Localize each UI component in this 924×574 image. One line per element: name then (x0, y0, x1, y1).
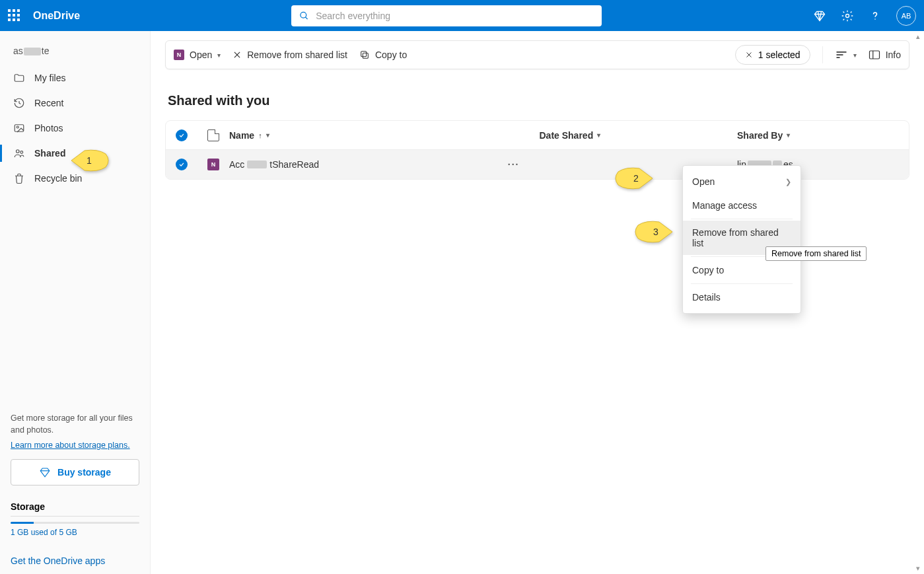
open-button[interactable]: N Open ▾ (174, 50, 221, 60)
nav-list: My files Recent Photos Shared Recycle bi… (0, 65, 150, 191)
close-icon (745, 51, 753, 59)
remove-shared-button[interactable]: Remove from shared list (232, 50, 347, 60)
tenant-suffix: te (42, 46, 50, 56)
nav-my-files[interactable]: My files (0, 65, 150, 90)
ctx-copy-label: Copy to (692, 265, 724, 275)
tenant-label: aste (0, 42, 150, 65)
ctx-manage-access[interactable]: Manage access (683, 194, 800, 217)
open-label: Open (190, 50, 212, 60)
nav-recent[interactable]: Recent (0, 90, 150, 116)
redacted-text (247, 161, 267, 168)
sort-icon (835, 50, 848, 60)
col-date-label: Date Shared (540, 130, 594, 141)
sort-button[interactable]: ▾ (835, 50, 857, 60)
svg-rect-11 (361, 52, 367, 57)
nav-label: Shared (34, 148, 65, 159)
get-apps-link[interactable]: Get the OneDrive apps (11, 556, 139, 566)
tooltip: Remove from shared list (765, 246, 867, 261)
col-date-shared[interactable]: Date Shared ▾ (540, 130, 738, 141)
select-all-toggle[interactable] (176, 129, 188, 141)
search-input[interactable] (316, 11, 594, 21)
chevron-right-icon: ❯ (785, 178, 791, 186)
chevron-down-icon: ▾ (787, 131, 790, 139)
app-launcher-icon[interactable] (8, 9, 21, 22)
ctx-copy-to[interactable]: Copy to (683, 258, 800, 282)
menu-separator (691, 219, 793, 219)
col-name[interactable]: Name ↑ ▾ (229, 130, 427, 141)
recent-icon (13, 97, 25, 109)
ctx-details[interactable]: Details (683, 285, 800, 309)
shared-icon (13, 147, 25, 159)
menu-separator (691, 283, 793, 284)
command-bar: N Open ▾ Remove from shared list Copy to… (165, 40, 909, 69)
file-name[interactable]: AcctShareRead (229, 159, 427, 170)
tenant-prefix: as (13, 46, 23, 56)
nav-label: Recent (34, 98, 63, 108)
selection-pill[interactable]: 1 selected (735, 45, 810, 65)
more-actions-button[interactable]: ··· (508, 159, 520, 170)
svg-rect-17 (869, 51, 879, 59)
ctx-open[interactable]: Open ❯ (683, 170, 800, 194)
nav-label: Recycle bin (34, 173, 82, 184)
cmd-right: ▾ Info (835, 50, 901, 60)
sort-asc-icon: ↑ (258, 131, 262, 139)
help-icon[interactable] (869, 9, 882, 22)
storage-heading: Storage (11, 501, 139, 517)
ctx-details-label: Details (692, 292, 721, 303)
file-name-prefix: Acc (229, 159, 244, 170)
page-title: Shared with you (168, 93, 909, 108)
nav-shared[interactable]: Shared (0, 141, 150, 166)
svg-point-2 (846, 14, 849, 17)
folder-icon (13, 72, 25, 84)
nav-photos[interactable]: Photos (0, 116, 150, 141)
svg-point-6 (17, 150, 20, 153)
info-button[interactable]: Info (869, 50, 901, 60)
scroll-up-icon[interactable]: ▴ (913, 32, 923, 41)
copy-label: Copy to (375, 50, 407, 60)
ctx-remove-label: Remove from shared list (692, 227, 791, 248)
row-select-toggle[interactable] (176, 159, 188, 170)
top-bar: OneDrive AB (0, 0, 924, 31)
chevron-down-icon: ▾ (266, 131, 269, 139)
nav-recycle-bin[interactable]: Recycle bin (0, 166, 150, 191)
trash-icon (13, 172, 25, 184)
settings-icon[interactable] (841, 9, 854, 22)
divider (822, 46, 823, 63)
main-area: N Open ▾ Remove from shared list Copy to… (151, 31, 924, 574)
onenote-icon: N (174, 50, 184, 60)
file-name-suffix: tShareRead (269, 159, 319, 170)
account-avatar[interactable]: AB (896, 6, 916, 26)
buy-storage-button[interactable]: Buy storage (11, 459, 139, 485)
context-menu: Open ❯ Manage access Remove from shared … (682, 165, 801, 314)
search-box[interactable] (291, 5, 602, 26)
storage-bar (11, 522, 139, 524)
scroll-down-icon[interactable]: ▾ (913, 563, 923, 573)
copy-icon (359, 50, 370, 60)
file-type-column-icon (207, 129, 219, 141)
premium-icon[interactable] (813, 9, 826, 22)
chevron-down-icon: ▾ (853, 52, 857, 59)
sidebar: aste My files Recent Photos Shared Recyc… (0, 31, 151, 574)
photos-icon (13, 122, 25, 134)
sidebar-footer: Get more storage for all your files and … (0, 413, 150, 566)
svg-rect-10 (363, 53, 368, 58)
svg-point-3 (874, 18, 876, 20)
annotation-callout-3: 3 (633, 220, 672, 244)
search-wrap (92, 5, 801, 26)
storage-plans-link[interactable]: Learn more about storage plans. (11, 441, 130, 450)
premium-icon (39, 466, 51, 478)
copy-to-button[interactable]: Copy to (359, 50, 407, 60)
storage-used-link[interactable]: 1 GB used of 5 GB (11, 528, 139, 537)
info-pane-icon (869, 50, 880, 60)
col-by-label: Shared By (737, 130, 783, 141)
close-icon (232, 50, 242, 59)
storage-note: Get more storage for all your files and … (11, 413, 139, 436)
ctx-manage-label: Manage access (692, 200, 757, 211)
table-header: Name ↑ ▾ Date Shared ▾ Shared By ▾ (166, 121, 909, 150)
col-shared-by[interactable]: Shared By ▾ (737, 130, 909, 141)
svg-point-0 (301, 12, 306, 18)
ctx-open-label: Open (692, 176, 715, 187)
brand-label[interactable]: OneDrive (33, 10, 80, 22)
nav-label: Photos (34, 123, 63, 133)
redacted-text (24, 48, 41, 55)
